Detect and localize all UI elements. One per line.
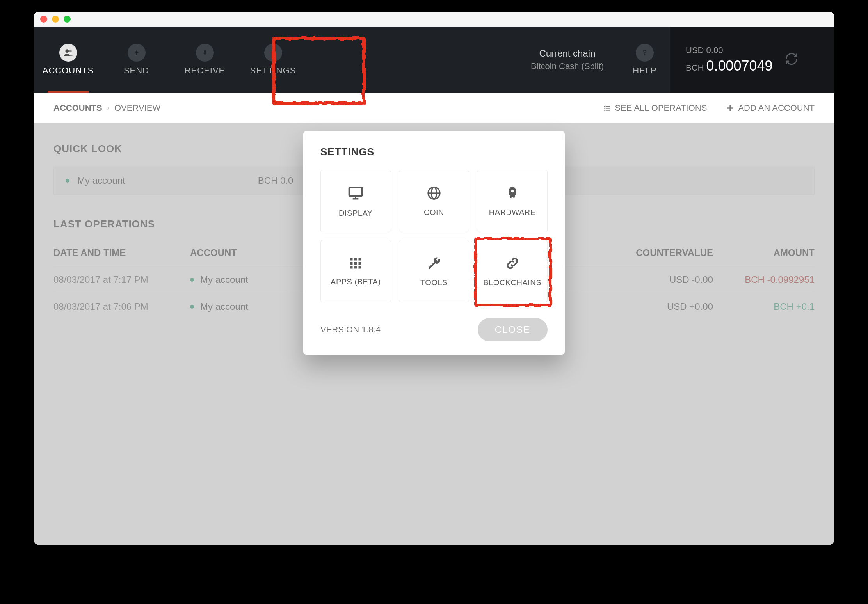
- content: QUICK LOOK My account BCH 0.0 LAST OPERA…: [34, 123, 834, 545]
- svg-point-0: [65, 49, 69, 53]
- chain-title: Current chain: [539, 48, 595, 59]
- grid-icon: [349, 256, 363, 270]
- current-chain: Current chain Bitcoin Cash (Split): [515, 27, 619, 93]
- tile-hardware[interactable]: HARDWARE: [477, 170, 548, 232]
- modal-overlay[interactable]: SETTINGS DISPLAY COIN HARDWARE: [34, 123, 834, 545]
- chain-name: Bitcoin Cash (Split): [531, 61, 604, 71]
- tile-tools[interactable]: TOOLS: [399, 240, 470, 302]
- refresh-icon[interactable]: [784, 52, 799, 68]
- breadcrumb: ACCOUNTS › OVERVIEW: [53, 103, 160, 113]
- add-account[interactable]: ADD AN ACCOUNT: [726, 103, 815, 113]
- close-button[interactable]: CLOSE: [478, 318, 548, 341]
- balance-bch: BCH0.0007049: [686, 58, 773, 74]
- tile-blockchains[interactable]: BLOCKCHAINS: [477, 240, 548, 302]
- balance-block: USD 0.00 BCH0.0007049: [670, 27, 834, 93]
- svg-point-21: [511, 190, 514, 192]
- svg-rect-22: [350, 258, 353, 260]
- help-icon: ?: [636, 44, 654, 62]
- tile-apps[interactable]: APPS (BETA): [320, 240, 391, 302]
- see-all-operations[interactable]: SEE ALL OPERATIONS: [603, 103, 707, 113]
- breadcrumb-sep: ›: [107, 103, 110, 113]
- app-window: ACCOUNTS SEND RECEIVE SETTINGS: [34, 12, 834, 545]
- svg-point-1: [69, 50, 72, 52]
- plus-icon: [726, 104, 734, 112]
- users-icon: [59, 44, 77, 62]
- gear-icon: [264, 44, 282, 62]
- main-nav: ACCOUNTS SEND RECEIVE SETTINGS: [34, 27, 307, 93]
- svg-rect-27: [359, 262, 361, 265]
- version-label: VERSION 1.8.4: [320, 325, 381, 335]
- svg-text:?: ?: [643, 48, 647, 56]
- nav-label: SEND: [124, 66, 149, 76]
- minimize-window-dot[interactable]: [52, 16, 59, 23]
- svg-rect-23: [354, 258, 357, 260]
- svg-rect-29: [354, 266, 357, 268]
- nav-label: HELP: [633, 66, 656, 76]
- tile-coin[interactable]: COIN: [399, 170, 470, 232]
- svg-rect-11: [604, 110, 605, 111]
- chain-icon: [505, 256, 520, 271]
- nav-settings[interactable]: SETTINGS: [239, 27, 307, 93]
- nav-label: SETTINGS: [250, 66, 296, 76]
- svg-rect-26: [354, 262, 357, 265]
- arrow-down-icon: [196, 44, 214, 62]
- svg-rect-12: [606, 110, 610, 111]
- subbar: ACCOUNTS › OVERVIEW SEE ALL OPERATIONS A…: [34, 93, 834, 123]
- nav-label: RECEIVE: [185, 66, 225, 76]
- nav-label: ACCOUNTS: [43, 66, 94, 76]
- svg-rect-8: [606, 106, 610, 107]
- arrow-up-icon: [128, 44, 146, 62]
- modal-title: SETTINGS: [320, 146, 548, 158]
- rocket-icon: [505, 185, 520, 201]
- svg-rect-9: [604, 108, 605, 109]
- svg-point-4: [269, 48, 278, 57]
- svg-rect-25: [350, 262, 353, 265]
- breadcrumb-root[interactable]: ACCOUNTS: [53, 103, 102, 113]
- svg-rect-30: [359, 266, 361, 268]
- balance-usd: USD 0.00: [686, 45, 773, 55]
- nav-receive[interactable]: RECEIVE: [171, 27, 239, 93]
- svg-rect-15: [349, 187, 362, 196]
- monitor-icon: [347, 185, 364, 202]
- nav-accounts[interactable]: ACCOUNTS: [34, 27, 102, 93]
- settings-grid: DISPLAY COIN HARDWARE APPS (BETA): [320, 170, 548, 302]
- highlight-annotation: [473, 236, 551, 306]
- topbar: ACCOUNTS SEND RECEIVE SETTINGS: [34, 27, 834, 93]
- nav-help[interactable]: ? HELP: [619, 27, 670, 93]
- modal-footer: VERSION 1.8.4 CLOSE: [320, 318, 548, 341]
- maximize-window-dot[interactable]: [64, 16, 71, 23]
- close-window-dot[interactable]: [40, 16, 47, 23]
- nav-send[interactable]: SEND: [102, 27, 171, 93]
- svg-rect-28: [350, 266, 353, 268]
- globe-icon: [426, 185, 442, 201]
- settings-modal: SETTINGS DISPLAY COIN HARDWARE: [303, 131, 565, 355]
- wrench-icon: [426, 256, 442, 271]
- titlebar: [34, 12, 834, 27]
- svg-rect-24: [359, 258, 361, 260]
- svg-rect-14: [727, 107, 733, 108]
- tile-display[interactable]: DISPLAY: [320, 170, 391, 232]
- breadcrumb-page: OVERVIEW: [114, 103, 160, 113]
- list-icon: [603, 104, 611, 112]
- svg-rect-10: [606, 108, 610, 109]
- svg-rect-7: [604, 106, 605, 107]
